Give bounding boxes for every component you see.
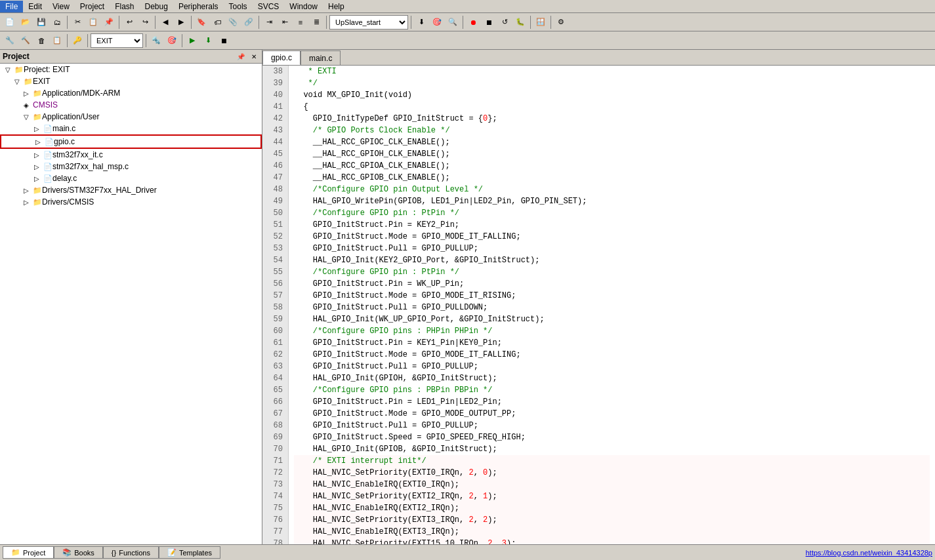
project-tab-label: Project xyxy=(23,549,45,557)
save-all-btn[interactable]: 🗂 xyxy=(50,15,64,30)
tb2-dl-btn[interactable]: ⬇ xyxy=(201,33,215,48)
line-number: 76 xyxy=(268,514,283,526)
nav-back-btn[interactable]: ◀ xyxy=(158,15,173,30)
line-number: 44 xyxy=(268,136,283,148)
debug-btn[interactable]: 🐛 xyxy=(513,15,528,30)
tree-drivers-cmsis[interactable]: ▷ 📁 Drivers/CMSIS xyxy=(0,196,262,208)
main-layout: Project 📌 ✕ ▽ 📁 Project: EXIT ▽ 📁 EXIT ▷ xyxy=(0,50,935,544)
tb2-btn2[interactable]: 🔨 xyxy=(18,33,33,48)
panel-pin-btn[interactable]: 📌 xyxy=(236,51,246,62)
tab-gpio-label: gpio.c xyxy=(271,53,292,62)
menu-edit[interactable]: Edit xyxy=(23,1,47,12)
mdk-folder-icon: 📁 xyxy=(33,89,42,98)
stm32-msp-label: stm32f7xx_hal_msp.c xyxy=(52,162,129,171)
bookmark4-btn[interactable]: 🔗 xyxy=(241,15,256,30)
tb2-btn1[interactable]: 🔧 xyxy=(3,33,17,48)
target-dropdown[interactable]: UpSlave_start xyxy=(329,15,408,30)
menu-file[interactable]: File xyxy=(0,1,23,12)
target-btn[interactable]: 🎯 xyxy=(430,15,444,30)
tb2-btn5[interactable]: 🔑 xyxy=(70,33,85,48)
save-btn[interactable]: 💾 xyxy=(34,15,49,30)
bookmark3-btn[interactable]: 📎 xyxy=(226,15,240,30)
line-number: 42 xyxy=(268,113,283,125)
target-dropdown2[interactable]: EXIT xyxy=(91,33,143,48)
tree-project-root[interactable]: ▽ 📁 Project: EXIT xyxy=(0,64,262,75)
reset-btn[interactable]: ↺ xyxy=(497,15,512,30)
bookmark2-btn[interactable]: 🏷 xyxy=(210,15,224,30)
menu-svcs[interactable]: SVCS xyxy=(253,1,285,12)
tb2-stop2-btn[interactable]: ⏹ xyxy=(217,33,231,48)
tree-app-mdk[interactable]: ▷ 📁 Application/MDK-ARM xyxy=(0,87,262,99)
tree-delay-c[interactable]: ▷ 📄 delay.c xyxy=(0,172,262,184)
load-btn[interactable]: ⬇ xyxy=(414,15,428,30)
sep6 xyxy=(326,16,327,29)
cut-btn[interactable]: ✂ xyxy=(70,15,85,30)
mdk-label: Application/MDK-ARM xyxy=(42,89,120,98)
tab-main-c[interactable]: main.c xyxy=(301,50,341,65)
tree-app-user[interactable]: ▽ 📁 Application/User xyxy=(0,111,262,123)
tree-exit-root[interactable]: ▽ 📁 EXIT xyxy=(0,75,262,87)
panel-close-btn[interactable]: ✕ xyxy=(249,51,259,62)
books-tab-icon: 📚 xyxy=(62,548,72,557)
tree-stm32-it[interactable]: ▷ 📄 stm32f7xx_it.c xyxy=(0,149,262,161)
sep3 xyxy=(155,16,156,29)
menu-flash[interactable]: Flash xyxy=(110,1,139,12)
run-btn[interactable]: ⏺ xyxy=(466,15,480,30)
menu-tools[interactable]: Tools xyxy=(224,1,253,12)
tree-main-c[interactable]: ▷ 📄 main.c xyxy=(0,123,262,134)
copy-btn[interactable]: 📋 xyxy=(86,15,100,30)
code-content[interactable]: 3839404142434445464748495051525354555657… xyxy=(262,66,935,544)
menu-project[interactable]: Project xyxy=(75,1,110,12)
tree-cmsis[interactable]: ◈ CMSIS xyxy=(0,99,262,111)
undo-btn[interactable]: ↩ xyxy=(122,15,136,30)
line-number: 40 xyxy=(268,89,283,101)
indent-btn[interactable]: ⇥ xyxy=(262,15,276,30)
status-tab-templates[interactable]: 📝 Templates xyxy=(159,546,220,559)
line-number: 47 xyxy=(268,172,283,184)
menu-help[interactable]: Help xyxy=(323,1,350,12)
status-url[interactable]: https://blog.csdn.net/weixin_43414328p xyxy=(806,549,932,557)
paste-btn[interactable]: 📌 xyxy=(102,15,116,30)
tb2-btn4[interactable]: 📋 xyxy=(50,33,64,48)
window-btn[interactable]: 🪟 xyxy=(533,15,548,30)
drivers-cmsis-expand-icon: ▷ xyxy=(21,197,31,207)
drivers-cmsis-folder-icon: 📁 xyxy=(33,198,42,207)
tree-stm32-msp[interactable]: ▷ 📄 stm32f7xx_hal_msp.c xyxy=(0,161,262,172)
outdent-btn[interactable]: ⇤ xyxy=(278,15,292,30)
redo-btn[interactable]: ↪ xyxy=(138,15,152,30)
status-tab-books[interactable]: 📚 Books xyxy=(54,546,103,559)
format2-btn[interactable]: ≣ xyxy=(309,15,323,30)
code-line: HAL_GPIO_Init(KEY2_GPIO_Port, &GPIO_Init… xyxy=(294,254,930,266)
code-line: GPIO_InitStruct.Speed = GPIO_SPEED_FREQ_… xyxy=(294,431,930,443)
status-tab-functions[interactable]: {} Functions xyxy=(103,546,159,559)
code-line: GPIO_InitStruct.Pull = GPIO_PULLDOWN; xyxy=(294,302,930,313)
settings-btn[interactable]: ⚙ xyxy=(554,15,568,30)
user-folder-icon: 📁 xyxy=(33,113,42,121)
gpio-c-label: gpio.c xyxy=(54,137,75,146)
gpio-file-icon: 📄 xyxy=(45,138,54,146)
tb2-target-btn[interactable]: 🎯 xyxy=(165,33,179,48)
menu-peripherals[interactable]: Peripherals xyxy=(173,1,224,12)
tree-drivers-hal[interactable]: ▷ 📁 Drivers/STM32F7xx_HAL_Driver xyxy=(0,184,262,196)
menu-debug[interactable]: Debug xyxy=(140,1,173,12)
stop-btn[interactable]: ⏹ xyxy=(482,15,496,30)
tab-gpio-c[interactable]: gpio.c xyxy=(262,50,301,65)
find-btn[interactable]: 🔍 xyxy=(446,15,460,30)
tree-gpio-c[interactable]: ▷ 📄 gpio.c xyxy=(0,134,262,149)
tb2-green-btn[interactable]: ▶ xyxy=(185,33,199,48)
tb2-btn6[interactable]: 🔩 xyxy=(149,33,163,48)
menu-window[interactable]: Window xyxy=(284,1,323,12)
code-line: /*Configure GPIO pins : PHPin PHPin */ xyxy=(294,325,930,337)
line-number: 45 xyxy=(268,148,283,160)
menu-view[interactable]: View xyxy=(47,1,75,12)
format-btn[interactable]: ≡ xyxy=(293,15,308,30)
nav-fwd-btn[interactable]: ▶ xyxy=(174,15,188,30)
line-number: 66 xyxy=(268,396,283,408)
open-file-btn[interactable]: 📂 xyxy=(18,15,33,30)
line-number: 57 xyxy=(268,290,283,302)
code-line: * EXTI xyxy=(294,66,930,77)
bookmark-btn[interactable]: 🔖 xyxy=(194,15,209,30)
tb2-btn3[interactable]: 🗑 xyxy=(34,33,49,48)
status-tab-project[interactable]: 📁 Project xyxy=(3,546,54,559)
new-file-btn[interactable]: 📄 xyxy=(3,15,17,30)
